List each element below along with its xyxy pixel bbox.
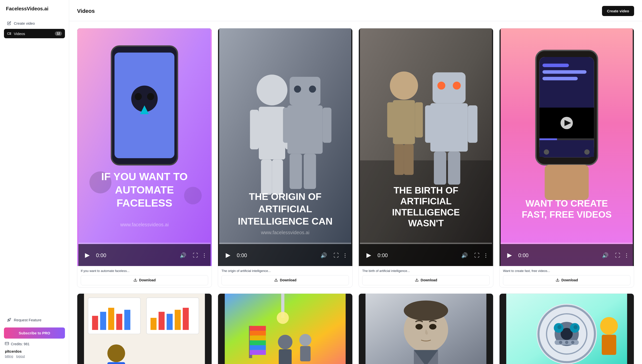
- sidebar-item-label: Videos: [14, 32, 25, 36]
- subscribe-button[interactable]: Subscribe to PRO: [4, 328, 65, 338]
- svg-text:0:00: 0:00: [518, 252, 529, 258]
- svg-rect-114: [150, 318, 156, 330]
- thumbnail-bg: IF YOU WANT TO AUTOMATE FACELESS www.fac…: [77, 28, 212, 266]
- thumbnail-bg: [499, 294, 634, 364]
- svg-rect-110: [108, 308, 114, 330]
- svg-rect-131: [250, 350, 266, 355]
- download-icon: [555, 278, 559, 282]
- svg-point-61: [437, 82, 445, 90]
- svg-rect-111: [116, 314, 122, 330]
- svg-text:🔊: 🔊: [321, 252, 327, 259]
- video-card: Pride parade video... Download: [218, 294, 353, 364]
- svg-point-140: [416, 324, 423, 330]
- billing-link[interactable]: billing: [5, 354, 13, 358]
- svg-rect-30: [261, 160, 272, 195]
- svg-text:THE BIRTH OF: THE BIRTH OF: [394, 185, 458, 196]
- svg-rect-109: [100, 312, 106, 330]
- svg-text:⛶: ⛶: [334, 252, 339, 258]
- svg-point-9: [147, 93, 154, 100]
- app-logo: FacelessVideos.ai: [4, 6, 65, 12]
- create-video-button[interactable]: Create video: [602, 6, 634, 16]
- svg-rect-64: [425, 105, 435, 143]
- sidebar-item-videos[interactable]: Videos 12: [4, 29, 65, 38]
- user-section: pltcerdos billing logout: [4, 349, 65, 358]
- thumbnail-bg: [77, 294, 212, 364]
- svg-rect-57: [415, 102, 423, 138]
- svg-text:⋮: ⋮: [483, 252, 488, 258]
- svg-point-139: [404, 300, 448, 321]
- svg-text:AUTOMATE: AUTOMATE: [115, 184, 174, 196]
- credits-label: Credits: 981: [11, 342, 29, 346]
- video-info: If you want to automate faceless... Down…: [77, 266, 212, 287]
- download-button[interactable]: Download: [503, 275, 630, 285]
- logout-link[interactable]: logout: [16, 354, 25, 358]
- svg-rect-2: [5, 342, 9, 345]
- svg-rect-78: [360, 242, 492, 244]
- svg-text:0:00: 0:00: [96, 252, 107, 258]
- svg-text:⋮: ⋮: [342, 252, 348, 258]
- svg-rect-55: [393, 100, 415, 144]
- download-label: Download: [561, 278, 578, 282]
- svg-text:▶: ▶: [366, 252, 371, 258]
- video-title: If you want to automate faceless...: [81, 269, 208, 273]
- svg-rect-84: [542, 64, 569, 67]
- svg-point-119: [107, 344, 125, 362]
- video-thumbnail: THE ORIGIN OF ARTIFICIAL INTELLIGENCE CA…: [218, 28, 352, 266]
- svg-point-12: [184, 187, 202, 204]
- svg-rect-65: [468, 105, 477, 143]
- videos-grid: IF YOU WANT TO AUTOMATE FACELESS www.fac…: [69, 21, 642, 364]
- download-button[interactable]: Download: [362, 275, 490, 285]
- request-feature-item[interactable]: Request Feature: [4, 315, 65, 324]
- video-icon: [7, 31, 11, 36]
- sidebar-item-label: Create video: [14, 21, 35, 26]
- svg-rect-108: [92, 316, 98, 330]
- svg-rect-133: [279, 349, 292, 364]
- credits-row: Credits: 981: [4, 342, 65, 346]
- download-icon: [274, 278, 278, 282]
- svg-rect-126: [250, 326, 266, 331]
- svg-text:0:00: 0:00: [237, 252, 247, 258]
- svg-point-54: [390, 72, 418, 100]
- svg-rect-112: [124, 310, 130, 330]
- thumbnail-bg: WANT TO CREATE FAST, FREE VIDEOS ▶ 0:00 …: [499, 28, 634, 266]
- videos-badge: 12: [55, 31, 62, 36]
- svg-rect-129: [250, 340, 266, 345]
- svg-point-94: [584, 149, 589, 154]
- svg-point-157: [571, 341, 574, 344]
- svg-rect-120: [107, 362, 125, 364]
- sidebar-item-create-video[interactable]: Create video: [4, 18, 65, 28]
- video-card: THE ORIGIN OF ARTIFICIAL INTELLIGENCE CA…: [218, 28, 353, 288]
- page-title: Videos: [77, 8, 95, 14]
- download-button[interactable]: Download: [222, 275, 349, 285]
- svg-point-152: [557, 325, 561, 329]
- svg-text:⋮: ⋮: [624, 252, 629, 258]
- video-card: Alan Turing video... Download: [359, 294, 493, 364]
- download-button[interactable]: Download: [81, 275, 208, 285]
- video-title: The birth of artificial intelligence...: [362, 269, 490, 273]
- svg-text:0:00: 0:00: [378, 252, 388, 258]
- username: pltcerdos: [5, 349, 64, 354]
- sidebar-nav: Create video Videos 12: [4, 18, 65, 315]
- thumbnail-bg: THE BIRTH OF ARTIFICIAL INTELLIGENCE WAS…: [359, 28, 493, 266]
- svg-point-26: [257, 74, 287, 105]
- svg-text:▶: ▶: [85, 252, 90, 258]
- svg-rect-56: [387, 102, 395, 138]
- svg-point-156: [565, 341, 568, 344]
- svg-rect-130: [250, 345, 266, 350]
- svg-rect-58: [394, 144, 404, 175]
- svg-marker-1: [10, 32, 11, 34]
- credit-card-icon: [5, 342, 9, 346]
- svg-rect-117: [175, 310, 181, 330]
- svg-rect-37: [323, 108, 332, 143]
- video-info: The birth of artificial intelligence... …: [359, 266, 493, 287]
- svg-rect-159: [602, 335, 616, 355]
- svg-text:WASN'T: WASN'T: [408, 218, 444, 228]
- svg-rect-63: [430, 103, 468, 152]
- svg-rect-28: [250, 110, 259, 149]
- svg-text:www.facelessvideos.ai: www.facelessvideos.ai: [261, 230, 309, 235]
- video-info: The origin of artificial intelligence...…: [218, 266, 352, 287]
- svg-rect-115: [159, 312, 165, 330]
- svg-text:▶: ▶: [507, 252, 512, 258]
- request-feature-label: Request Feature: [14, 318, 42, 322]
- svg-text:www.facelessvideos.ai: www.facelessvideos.ai: [120, 222, 169, 227]
